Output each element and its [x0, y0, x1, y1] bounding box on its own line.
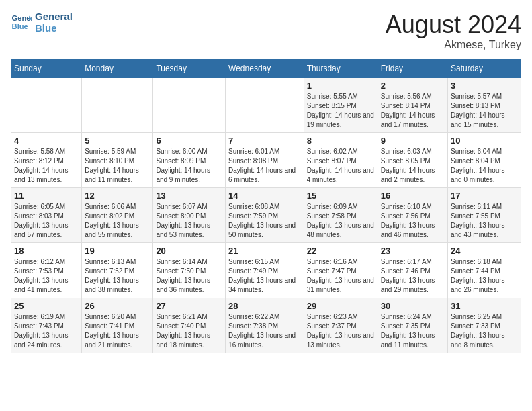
day-number: 28	[228, 301, 301, 311]
day-info: Sunrise: 6:24 AMSunset: 7:35 PMDaylight:…	[381, 312, 445, 350]
day-number: 8	[307, 136, 375, 146]
day-number: 18	[14, 246, 79, 256]
day-info: Sunrise: 6:00 AMSunset: 8:09 PMDaylight:…	[156, 147, 222, 185]
day-number: 21	[228, 246, 301, 256]
day-number: 10	[451, 136, 518, 146]
calendar-cell: 9Sunrise: 6:03 AMSunset: 8:05 PMDaylight…	[378, 133, 447, 188]
calendar-cell	[153, 78, 226, 133]
day-number: 1	[307, 81, 375, 91]
day-info: Sunrise: 6:01 AMSunset: 8:08 PMDaylight:…	[228, 147, 301, 185]
calendar-cell: 8Sunrise: 6:02 AMSunset: 8:07 PMDaylight…	[304, 133, 378, 188]
calendar-cell: 28Sunrise: 6:22 AMSunset: 7:38 PMDayligh…	[226, 298, 304, 353]
day-info: Sunrise: 6:22 AMSunset: 7:38 PMDaylight:…	[228, 312, 301, 350]
calendar-cell: 4Sunrise: 5:58 AMSunset: 8:12 PMDaylight…	[11, 133, 82, 188]
calendar-cell	[11, 78, 82, 133]
day-info: Sunrise: 6:06 AMSunset: 8:02 PMDaylight:…	[85, 202, 150, 240]
calendar-cell: 19Sunrise: 6:13 AMSunset: 7:52 PMDayligh…	[82, 243, 153, 298]
day-info: Sunrise: 6:19 AMSunset: 7:43 PMDaylight:…	[14, 312, 79, 350]
calendar-cell: 31Sunrise: 6:25 AMSunset: 7:33 PMDayligh…	[448, 298, 521, 353]
weekday-header-sunday: Sunday	[11, 60, 82, 78]
day-number: 30	[381, 301, 445, 311]
calendar-cell: 1Sunrise: 5:55 AMSunset: 8:15 PMDaylight…	[304, 78, 378, 133]
calendar-table: SundayMondayTuesdayWednesdayThursdayFrid…	[11, 59, 521, 353]
calendar-cell: 26Sunrise: 6:20 AMSunset: 7:41 PMDayligh…	[82, 298, 153, 353]
day-number: 5	[85, 136, 150, 146]
day-number: 29	[307, 301, 375, 311]
day-info: Sunrise: 6:15 AMSunset: 7:49 PMDaylight:…	[228, 257, 301, 295]
calendar-cell: 17Sunrise: 6:11 AMSunset: 7:55 PMDayligh…	[448, 188, 521, 243]
calendar-cell: 2Sunrise: 5:56 AMSunset: 8:14 PMDaylight…	[378, 78, 447, 133]
day-info: Sunrise: 5:55 AMSunset: 8:15 PMDaylight:…	[307, 92, 375, 130]
logo-blue: Blue	[35, 22, 73, 34]
calendar-week-row: 4Sunrise: 5:58 AMSunset: 8:12 PMDaylight…	[11, 133, 521, 188]
day-number: 11	[14, 191, 79, 201]
calendar-cell: 7Sunrise: 6:01 AMSunset: 8:08 PMDaylight…	[226, 133, 304, 188]
day-info: Sunrise: 6:13 AMSunset: 7:52 PMDaylight:…	[85, 257, 150, 295]
day-info: Sunrise: 5:57 AMSunset: 8:13 PMDaylight:…	[451, 92, 518, 130]
day-number: 16	[381, 191, 445, 201]
location-subtitle: Akmese, Turkey	[386, 39, 521, 51]
day-number: 26	[85, 301, 150, 311]
day-info: Sunrise: 6:17 AMSunset: 7:46 PMDaylight:…	[381, 257, 445, 295]
calendar-cell: 5Sunrise: 5:59 AMSunset: 8:10 PMDaylight…	[82, 133, 153, 188]
day-number: 7	[228, 136, 301, 146]
calendar-cell: 12Sunrise: 6:06 AMSunset: 8:02 PMDayligh…	[82, 188, 153, 243]
calendar-cell: 15Sunrise: 6:09 AMSunset: 7:58 PMDayligh…	[304, 188, 378, 243]
day-number: 14	[228, 191, 301, 201]
day-number: 23	[381, 246, 445, 256]
logo: General Blue General Blue	[11, 11, 73, 34]
weekday-header-thursday: Thursday	[304, 60, 378, 78]
day-number: 19	[85, 246, 150, 256]
day-info: Sunrise: 6:10 AMSunset: 7:56 PMDaylight:…	[381, 202, 445, 240]
calendar-cell: 10Sunrise: 6:04 AMSunset: 8:04 PMDayligh…	[448, 133, 521, 188]
weekday-header-friday: Friday	[378, 60, 447, 78]
calendar-cell: 13Sunrise: 6:07 AMSunset: 8:00 PMDayligh…	[153, 188, 226, 243]
day-info: Sunrise: 6:14 AMSunset: 7:50 PMDaylight:…	[156, 257, 222, 295]
title-block: August 2024 Akmese, Turkey	[386, 11, 521, 51]
day-info: Sunrise: 5:59 AMSunset: 8:10 PMDaylight:…	[85, 147, 150, 185]
day-info: Sunrise: 6:09 AMSunset: 7:58 PMDaylight:…	[307, 202, 375, 240]
day-number: 27	[156, 301, 222, 311]
calendar-week-row: 25Sunrise: 6:19 AMSunset: 7:43 PMDayligh…	[11, 298, 521, 353]
day-number: 25	[14, 301, 79, 311]
day-number: 22	[307, 246, 375, 256]
day-info: Sunrise: 6:05 AMSunset: 8:03 PMDaylight:…	[14, 202, 79, 240]
day-number: 4	[14, 136, 79, 146]
weekday-header-monday: Monday	[82, 60, 153, 78]
weekday-header-tuesday: Tuesday	[153, 60, 226, 78]
calendar-cell: 20Sunrise: 6:14 AMSunset: 7:50 PMDayligh…	[153, 243, 226, 298]
logo-general: General	[35, 11, 73, 22]
day-info: Sunrise: 6:23 AMSunset: 7:37 PMDaylight:…	[307, 312, 375, 350]
calendar-cell: 22Sunrise: 6:16 AMSunset: 7:47 PMDayligh…	[304, 243, 378, 298]
day-number: 20	[156, 246, 222, 256]
calendar-cell	[226, 78, 304, 133]
weekday-header-saturday: Saturday	[448, 60, 521, 78]
day-number: 24	[451, 246, 518, 256]
day-info: Sunrise: 5:58 AMSunset: 8:12 PMDaylight:…	[14, 147, 79, 185]
day-number: 2	[381, 81, 445, 91]
day-info: Sunrise: 6:18 AMSunset: 7:44 PMDaylight:…	[451, 257, 518, 295]
calendar-cell	[82, 78, 153, 133]
calendar-cell: 23Sunrise: 6:17 AMSunset: 7:46 PMDayligh…	[378, 243, 447, 298]
calendar-cell: 21Sunrise: 6:15 AMSunset: 7:49 PMDayligh…	[226, 243, 304, 298]
weekday-header-wednesday: Wednesday	[226, 60, 304, 78]
day-info: Sunrise: 6:08 AMSunset: 7:59 PMDaylight:…	[228, 202, 301, 240]
day-number: 15	[307, 191, 375, 201]
svg-text:Blue: Blue	[12, 22, 28, 30]
day-number: 12	[85, 191, 150, 201]
page-header: General Blue General Blue August 2024 Ak…	[11, 11, 521, 51]
calendar-cell: 18Sunrise: 6:12 AMSunset: 7:53 PMDayligh…	[11, 243, 82, 298]
calendar-cell: 16Sunrise: 6:10 AMSunset: 7:56 PMDayligh…	[378, 188, 447, 243]
day-number: 31	[451, 301, 518, 311]
day-info: Sunrise: 6:25 AMSunset: 7:33 PMDaylight:…	[451, 312, 518, 350]
day-number: 3	[451, 81, 518, 91]
calendar-cell: 14Sunrise: 6:08 AMSunset: 7:59 PMDayligh…	[226, 188, 304, 243]
calendar-cell: 30Sunrise: 6:24 AMSunset: 7:35 PMDayligh…	[378, 298, 447, 353]
day-info: Sunrise: 6:03 AMSunset: 8:05 PMDaylight:…	[381, 147, 445, 185]
day-number: 9	[381, 136, 445, 146]
month-year-title: August 2024	[386, 11, 521, 39]
calendar-cell: 24Sunrise: 6:18 AMSunset: 7:44 PMDayligh…	[448, 243, 521, 298]
day-info: Sunrise: 6:12 AMSunset: 7:53 PMDaylight:…	[14, 257, 79, 295]
day-number: 6	[156, 136, 222, 146]
calendar-cell: 27Sunrise: 6:21 AMSunset: 7:40 PMDayligh…	[153, 298, 226, 353]
